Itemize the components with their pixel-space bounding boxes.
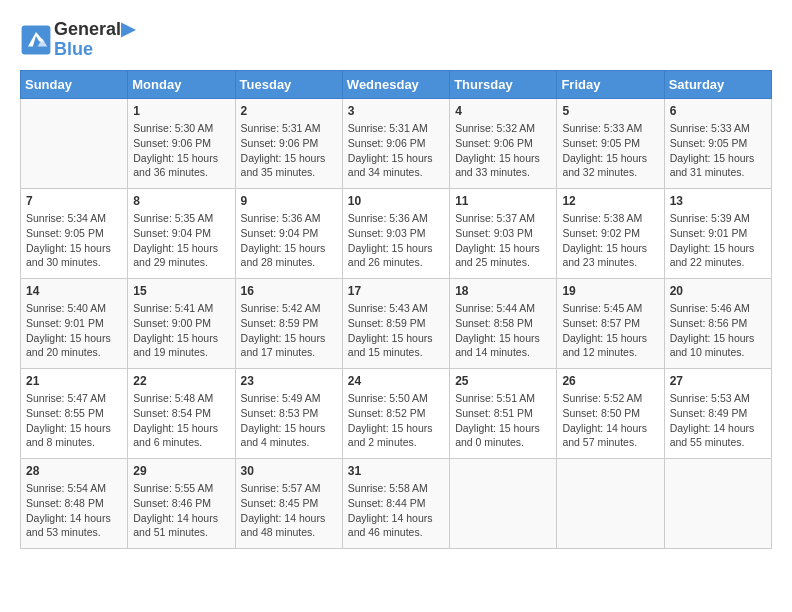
day-info: Sunrise: 5:35 AM Sunset: 9:04 PM Dayligh…	[133, 211, 229, 270]
calendar-cell: 18Sunrise: 5:44 AM Sunset: 8:58 PM Dayli…	[450, 278, 557, 368]
header-saturday: Saturday	[664, 70, 771, 98]
calendar-cell	[21, 98, 128, 188]
day-info: Sunrise: 5:55 AM Sunset: 8:46 PM Dayligh…	[133, 481, 229, 540]
logo-text-line2: Blue	[54, 40, 135, 60]
day-number: 13	[670, 193, 766, 210]
day-number: 26	[562, 373, 658, 390]
day-info: Sunrise: 5:31 AM Sunset: 9:06 PM Dayligh…	[241, 121, 337, 180]
calendar-cell: 17Sunrise: 5:43 AM Sunset: 8:59 PM Dayli…	[342, 278, 449, 368]
day-number: 22	[133, 373, 229, 390]
day-number: 30	[241, 463, 337, 480]
calendar-week-row: 14Sunrise: 5:40 AM Sunset: 9:01 PM Dayli…	[21, 278, 772, 368]
calendar-cell	[450, 458, 557, 548]
calendar-cell	[557, 458, 664, 548]
day-info: Sunrise: 5:36 AM Sunset: 9:03 PM Dayligh…	[348, 211, 444, 270]
day-number: 29	[133, 463, 229, 480]
calendar-cell: 19Sunrise: 5:45 AM Sunset: 8:57 PM Dayli…	[557, 278, 664, 368]
day-number: 1	[133, 103, 229, 120]
day-info: Sunrise: 5:45 AM Sunset: 8:57 PM Dayligh…	[562, 301, 658, 360]
calendar-cell: 12Sunrise: 5:38 AM Sunset: 9:02 PM Dayli…	[557, 188, 664, 278]
day-info: Sunrise: 5:39 AM Sunset: 9:01 PM Dayligh…	[670, 211, 766, 270]
calendar-cell: 5Sunrise: 5:33 AM Sunset: 9:05 PM Daylig…	[557, 98, 664, 188]
day-info: Sunrise: 5:34 AM Sunset: 9:05 PM Dayligh…	[26, 211, 122, 270]
day-info: Sunrise: 5:33 AM Sunset: 9:05 PM Dayligh…	[562, 121, 658, 180]
calendar-cell: 20Sunrise: 5:46 AM Sunset: 8:56 PM Dayli…	[664, 278, 771, 368]
calendar-cell: 4Sunrise: 5:32 AM Sunset: 9:06 PM Daylig…	[450, 98, 557, 188]
calendar-cell: 6Sunrise: 5:33 AM Sunset: 9:05 PM Daylig…	[664, 98, 771, 188]
day-number: 28	[26, 463, 122, 480]
day-info: Sunrise: 5:44 AM Sunset: 8:58 PM Dayligh…	[455, 301, 551, 360]
calendar-cell: 28Sunrise: 5:54 AM Sunset: 8:48 PM Dayli…	[21, 458, 128, 548]
calendar-cell: 21Sunrise: 5:47 AM Sunset: 8:55 PM Dayli…	[21, 368, 128, 458]
day-number: 25	[455, 373, 551, 390]
day-number: 23	[241, 373, 337, 390]
day-info: Sunrise: 5:43 AM Sunset: 8:59 PM Dayligh…	[348, 301, 444, 360]
calendar-week-row: 28Sunrise: 5:54 AM Sunset: 8:48 PM Dayli…	[21, 458, 772, 548]
calendar-cell: 31Sunrise: 5:58 AM Sunset: 8:44 PM Dayli…	[342, 458, 449, 548]
calendar-cell: 10Sunrise: 5:36 AM Sunset: 9:03 PM Dayli…	[342, 188, 449, 278]
header-wednesday: Wednesday	[342, 70, 449, 98]
calendar-cell: 8Sunrise: 5:35 AM Sunset: 9:04 PM Daylig…	[128, 188, 235, 278]
calendar-cell: 16Sunrise: 5:42 AM Sunset: 8:59 PM Dayli…	[235, 278, 342, 368]
calendar-cell: 26Sunrise: 5:52 AM Sunset: 8:50 PM Dayli…	[557, 368, 664, 458]
day-number: 21	[26, 373, 122, 390]
header-friday: Friday	[557, 70, 664, 98]
calendar-header-row: SundayMondayTuesdayWednesdayThursdayFrid…	[21, 70, 772, 98]
logo: General▶ Blue	[20, 20, 135, 60]
day-number: 3	[348, 103, 444, 120]
day-number: 16	[241, 283, 337, 300]
day-number: 27	[670, 373, 766, 390]
day-number: 31	[348, 463, 444, 480]
day-number: 12	[562, 193, 658, 210]
calendar-cell: 2Sunrise: 5:31 AM Sunset: 9:06 PM Daylig…	[235, 98, 342, 188]
day-number: 11	[455, 193, 551, 210]
day-number: 17	[348, 283, 444, 300]
calendar-cell: 1Sunrise: 5:30 AM Sunset: 9:06 PM Daylig…	[128, 98, 235, 188]
day-info: Sunrise: 5:41 AM Sunset: 9:00 PM Dayligh…	[133, 301, 229, 360]
calendar-cell: 13Sunrise: 5:39 AM Sunset: 9:01 PM Dayli…	[664, 188, 771, 278]
calendar-cell: 22Sunrise: 5:48 AM Sunset: 8:54 PM Dayli…	[128, 368, 235, 458]
day-info: Sunrise: 5:40 AM Sunset: 9:01 PM Dayligh…	[26, 301, 122, 360]
day-info: Sunrise: 5:33 AM Sunset: 9:05 PM Dayligh…	[670, 121, 766, 180]
day-number: 14	[26, 283, 122, 300]
calendar-cell: 29Sunrise: 5:55 AM Sunset: 8:46 PM Dayli…	[128, 458, 235, 548]
day-number: 10	[348, 193, 444, 210]
day-info: Sunrise: 5:31 AM Sunset: 9:06 PM Dayligh…	[348, 121, 444, 180]
calendar-cell	[664, 458, 771, 548]
calendar-cell: 11Sunrise: 5:37 AM Sunset: 9:03 PM Dayli…	[450, 188, 557, 278]
day-info: Sunrise: 5:30 AM Sunset: 9:06 PM Dayligh…	[133, 121, 229, 180]
day-number: 9	[241, 193, 337, 210]
day-number: 19	[562, 283, 658, 300]
logo-text-line1: General▶	[54, 20, 135, 40]
day-number: 5	[562, 103, 658, 120]
day-info: Sunrise: 5:36 AM Sunset: 9:04 PM Dayligh…	[241, 211, 337, 270]
day-info: Sunrise: 5:58 AM Sunset: 8:44 PM Dayligh…	[348, 481, 444, 540]
logo-icon	[20, 24, 52, 56]
calendar-table: SundayMondayTuesdayWednesdayThursdayFrid…	[20, 70, 772, 549]
day-number: 18	[455, 283, 551, 300]
calendar-cell: 15Sunrise: 5:41 AM Sunset: 9:00 PM Dayli…	[128, 278, 235, 368]
calendar-cell: 7Sunrise: 5:34 AM Sunset: 9:05 PM Daylig…	[21, 188, 128, 278]
calendar-cell: 9Sunrise: 5:36 AM Sunset: 9:04 PM Daylig…	[235, 188, 342, 278]
calendar-cell: 14Sunrise: 5:40 AM Sunset: 9:01 PM Dayli…	[21, 278, 128, 368]
calendar-cell: 3Sunrise: 5:31 AM Sunset: 9:06 PM Daylig…	[342, 98, 449, 188]
day-info: Sunrise: 5:52 AM Sunset: 8:50 PM Dayligh…	[562, 391, 658, 450]
header-monday: Monday	[128, 70, 235, 98]
day-info: Sunrise: 5:46 AM Sunset: 8:56 PM Dayligh…	[670, 301, 766, 360]
calendar-week-row: 1Sunrise: 5:30 AM Sunset: 9:06 PM Daylig…	[21, 98, 772, 188]
day-info: Sunrise: 5:51 AM Sunset: 8:51 PM Dayligh…	[455, 391, 551, 450]
day-info: Sunrise: 5:50 AM Sunset: 8:52 PM Dayligh…	[348, 391, 444, 450]
header-sunday: Sunday	[21, 70, 128, 98]
day-info: Sunrise: 5:54 AM Sunset: 8:48 PM Dayligh…	[26, 481, 122, 540]
day-number: 24	[348, 373, 444, 390]
day-number: 15	[133, 283, 229, 300]
day-info: Sunrise: 5:32 AM Sunset: 9:06 PM Dayligh…	[455, 121, 551, 180]
calendar-cell: 24Sunrise: 5:50 AM Sunset: 8:52 PM Dayli…	[342, 368, 449, 458]
calendar-week-row: 21Sunrise: 5:47 AM Sunset: 8:55 PM Dayli…	[21, 368, 772, 458]
calendar-cell: 25Sunrise: 5:51 AM Sunset: 8:51 PM Dayli…	[450, 368, 557, 458]
calendar-cell: 23Sunrise: 5:49 AM Sunset: 8:53 PM Dayli…	[235, 368, 342, 458]
day-info: Sunrise: 5:37 AM Sunset: 9:03 PM Dayligh…	[455, 211, 551, 270]
day-number: 7	[26, 193, 122, 210]
day-number: 8	[133, 193, 229, 210]
calendar-cell: 30Sunrise: 5:57 AM Sunset: 8:45 PM Dayli…	[235, 458, 342, 548]
